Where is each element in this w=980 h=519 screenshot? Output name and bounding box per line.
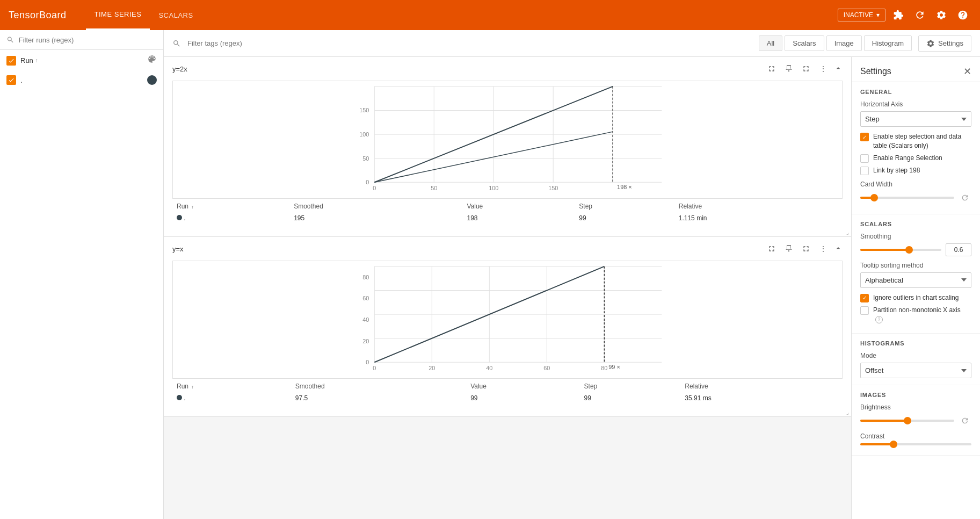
tooltip-sort-select[interactable]: Alphabetical Ascending Descending Neares…	[860, 272, 971, 288]
partition-help-icon[interactable]: ?	[875, 316, 883, 323]
expand-icon-y2x[interactable]	[765, 62, 778, 75]
svg-text:80: 80	[362, 274, 369, 280]
enable-step-selection-text: Enable step selection and data table (Sc…	[873, 132, 971, 150]
chart-svg-yx: 0 20 40 60 80 0 20 40 60 80	[172, 261, 843, 379]
settings-button[interactable]: Settings	[918, 35, 971, 52]
inactive-dropdown[interactable]: INACTIVE ▾	[838, 9, 885, 21]
more-icon-yx[interactable]: ⋮	[817, 242, 830, 255]
dropdown-arrow-icon: ▾	[876, 11, 880, 19]
chart-title-yx: y=x	[172, 245, 184, 253]
top-nav: TensorBoard TIME SERIES SCALARS INACTIVE…	[0, 0, 980, 30]
settings-close-button[interactable]: ✕	[963, 66, 971, 77]
col-run-yx[interactable]: Run ↑	[172, 380, 291, 392]
resize-handle-y2x[interactable]: ⌟	[164, 228, 851, 236]
col-relative-yx[interactable]: Relative	[680, 380, 843, 392]
link-by-step-checkbox[interactable]	[860, 167, 869, 175]
settings-images-title: IMAGES	[860, 392, 971, 398]
smoothing-value-input[interactable]	[946, 243, 971, 256]
dot-checkbox[interactable]	[6, 75, 16, 85]
svg-text:99 ×: 99 ×	[608, 364, 620, 370]
col-step-yx[interactable]: Step	[580, 380, 681, 392]
nav-item-scalars[interactable]: SCALARS	[150, 0, 201, 30]
resize-handle-yx[interactable]: ⌟	[164, 408, 851, 416]
sidebar-search	[0, 30, 163, 50]
col-value-y2x[interactable]: Value	[462, 200, 575, 212]
run-color-picker-icon[interactable]	[147, 54, 157, 67]
col-smoothed-yx[interactable]: Smoothed	[291, 380, 466, 392]
chart-controls-y2x: ⋮	[765, 62, 843, 75]
enable-range-selection-row: Enable Range Selection	[860, 154, 971, 163]
horizontal-axis-label: Horizontal Axis	[860, 100, 971, 108]
mode-label: Mode	[860, 352, 971, 359]
charts-area: y=2x ⋮	[164, 57, 851, 519]
settings-general-section: GENERAL Horizontal Axis Step Relative Wa…	[852, 82, 980, 214]
nav-item-time-series[interactable]: TIME SERIES	[86, 0, 150, 30]
col-value-yx[interactable]: Value	[466, 380, 579, 392]
col-smoothed-y2x[interactable]: Smoothed	[289, 200, 462, 212]
table-row: . 97.5 99 99 35.91 ms	[172, 392, 843, 404]
chart-controls-yx: ⋮	[765, 242, 843, 255]
run-checkbox[interactable]	[6, 56, 16, 66]
expand-icon-yx[interactable]	[765, 242, 778, 255]
more-icon-y2x[interactable]: ⋮	[817, 62, 830, 75]
tab-image[interactable]: Image	[826, 35, 862, 51]
ignore-outliers-checkbox[interactable]	[860, 294, 869, 302]
svg-text:0: 0	[366, 359, 369, 365]
collapse-yx[interactable]	[834, 244, 843, 254]
settings-icon[interactable]	[933, 6, 950, 24]
svg-text:40: 40	[362, 316, 369, 323]
sidebar-item-run[interactable]: Run ↑	[0, 50, 163, 71]
settings-btn-icon	[926, 39, 935, 48]
svg-text:20: 20	[362, 338, 369, 344]
partition-nonmonotonic-text: Partition non-monotonic X axis ?	[873, 306, 971, 324]
enable-range-selection-checkbox[interactable]	[860, 154, 869, 163]
fullscreen-icon-yx[interactable]	[800, 242, 812, 255]
brightness-reset-button[interactable]	[959, 414, 971, 427]
row-dot-y2x	[177, 215, 182, 220]
smoothing-slider[interactable]	[860, 249, 941, 251]
contrast-slider-row	[860, 443, 971, 445]
chart-section-yx: y=x ⋮	[164, 237, 851, 417]
svg-text:80: 80	[601, 365, 607, 371]
fullscreen-icon-y2x[interactable]	[800, 62, 812, 75]
filter-tags-input[interactable]	[187, 39, 752, 47]
settings-histograms-section: HISTOGRAMS Mode Offset Overlay	[852, 334, 980, 385]
card-width-reset-button[interactable]	[959, 191, 971, 204]
sidebar-search-input[interactable]	[19, 36, 157, 44]
smoothing-label: Smoothing	[860, 233, 971, 240]
col-relative-y2x[interactable]: Relative	[674, 200, 843, 212]
plugin-icon[interactable]	[890, 6, 907, 24]
refresh-icon[interactable]	[911, 6, 928, 24]
svg-text:100: 100	[489, 185, 498, 191]
chart-header-yx: y=x ⋮	[164, 237, 851, 261]
tab-histogram[interactable]: Histogram	[864, 35, 912, 51]
smoothing-slider-row	[860, 243, 971, 256]
horizontal-axis-select[interactable]: Step Relative Wall	[860, 111, 971, 127]
ignore-outliers-row: Ignore outliers in chart scaling	[860, 293, 971, 302]
col-step-y2x[interactable]: Step	[575, 200, 674, 212]
histogram-mode-select[interactable]: Offset Overlay	[860, 363, 971, 378]
settings-panel: Settings ✕ GENERAL Horizontal Axis Step …	[851, 57, 980, 519]
sidebar-item-dot[interactable]: .	[0, 71, 163, 89]
chart-table-y2x: Run ↑ Smoothed Value Step Relative .	[164, 200, 851, 228]
ignore-outliers-text: Ignore outliers in chart scaling	[873, 293, 959, 302]
help-icon[interactable]	[954, 6, 971, 24]
tab-all[interactable]: All	[759, 35, 782, 51]
settings-general-title: GENERAL	[860, 89, 971, 95]
dot-label: .	[20, 76, 143, 84]
pin-icon-yx[interactable]	[782, 242, 795, 255]
partition-nonmonotonic-checkbox[interactable]	[860, 306, 869, 315]
card-width-slider[interactable]	[860, 197, 954, 199]
content-area: All Scalars Image Histogram Settings y=2…	[164, 30, 980, 519]
tab-scalars[interactable]: Scalars	[785, 35, 824, 51]
card-width-slider-row	[860, 191, 971, 204]
svg-text:60: 60	[362, 295, 369, 301]
contrast-slider[interactable]	[860, 443, 971, 445]
col-run-y2x[interactable]: Run ↑	[172, 200, 289, 212]
brightness-slider[interactable]	[860, 420, 954, 422]
pin-icon-y2x[interactable]	[782, 62, 795, 75]
check-icon	[8, 57, 14, 64]
svg-text:50: 50	[431, 185, 437, 191]
enable-step-selection-checkbox[interactable]	[860, 133, 869, 141]
collapse-y2x[interactable]	[834, 64, 843, 74]
